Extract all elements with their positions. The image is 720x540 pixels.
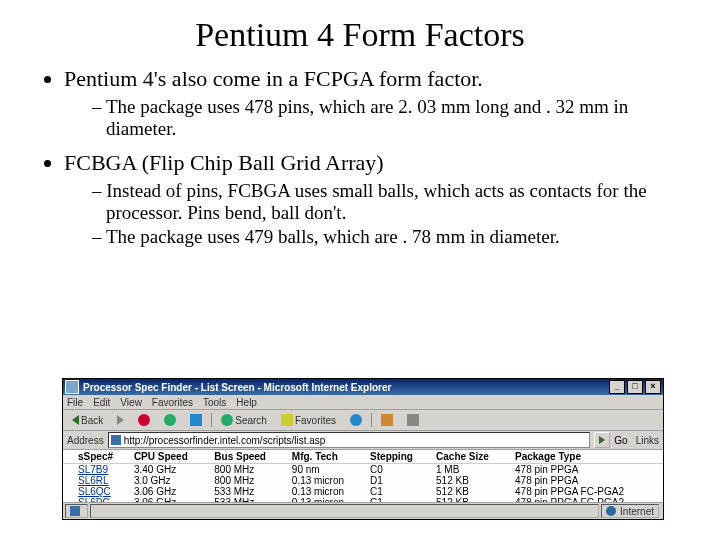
col-bus: Bus Speed — [210, 450, 288, 464]
cell-step: C1 — [366, 486, 432, 497]
search-button[interactable]: Search — [216, 411, 272, 429]
table-stripe — [63, 475, 74, 486]
cell-pkg: 478 pin PPGA — [511, 464, 663, 476]
go-button[interactable] — [594, 432, 610, 448]
slide-title: Pentium 4 Form Factors — [40, 16, 680, 54]
menu-tools[interactable]: Tools — [203, 397, 226, 408]
window-maximize-button[interactable]: □ — [627, 380, 643, 394]
browser-title-text: Processor Spec Finder - List Screen - Mi… — [83, 382, 391, 393]
favorites-icon — [281, 414, 293, 426]
cell-cpu: 3.40 GHz — [130, 464, 210, 476]
cell-cpu: 3.0 GHz — [130, 475, 210, 486]
bullet-1: Pentium 4's also come in a FCPGA form fa… — [64, 66, 680, 140]
cell-cache: 512 KB — [432, 486, 511, 497]
bullet-1-sublist: The package uses 478 pins, which are 2. … — [64, 96, 680, 140]
cell-bus: 800 MHz — [210, 464, 288, 476]
address-input[interactable]: http://processorfinder.intel.com/scripts… — [108, 432, 591, 448]
back-label: Back — [81, 415, 103, 426]
col-spec: sSpec# — [74, 450, 130, 464]
favorites-button[interactable]: Favorites — [276, 411, 341, 429]
refresh-button[interactable] — [159, 411, 181, 429]
table-row: SL6QC3.06 GHz533 MHz0.13 micronC1512 KB4… — [63, 486, 663, 497]
cell-spec[interactable]: SL6RL — [74, 475, 130, 486]
cell-bus: 800 MHz — [210, 475, 288, 486]
history-button[interactable] — [345, 411, 367, 429]
doc-icon — [70, 506, 80, 516]
table-stripe — [63, 486, 74, 497]
cell-mfg: 0.13 micron — [288, 475, 366, 486]
table-row: SL7B93.40 GHz800 MHz90 nmC01 MB478 pin P… — [63, 464, 663, 476]
col-pkg: Package Type — [511, 450, 663, 464]
back-arrow-icon — [72, 415, 79, 425]
cell-cache: 512 KB — [432, 475, 511, 486]
cell-step: D1 — [366, 475, 432, 486]
back-button[interactable]: Back — [67, 411, 108, 429]
forward-button[interactable] — [112, 411, 129, 429]
home-icon — [190, 414, 202, 426]
bullet-2-text: FCBGA (Flip Chip Ball Grid Array) — [64, 150, 384, 175]
table-row: SL6RL3.0 GHz800 MHz0.13 micronD1512 KB47… — [63, 475, 663, 486]
browser-titlebar: Processor Spec Finder - List Screen - Mi… — [63, 379, 663, 395]
cell-spec[interactable]: SL7B9 — [74, 464, 130, 476]
links-label[interactable]: Links — [636, 435, 659, 446]
address-url: http://processorfinder.intel.com/scripts… — [124, 435, 326, 446]
home-button[interactable] — [185, 411, 207, 429]
menu-favorites[interactable]: Favorites — [152, 397, 193, 408]
spec-table: sSpec# CPU Speed Bus Speed Mfg. Tech Ste… — [63, 450, 663, 502]
refresh-icon — [164, 414, 176, 426]
col-cpu: CPU Speed — [130, 450, 210, 464]
forward-arrow-icon — [117, 415, 124, 425]
status-pane-zone: Internet — [601, 504, 659, 518]
cell-cache: 1 MB — [432, 464, 511, 476]
print-icon — [407, 414, 419, 426]
window-close-button[interactable]: × — [645, 380, 661, 394]
browser-menubar: File Edit View Favorites Tools Help — [63, 395, 663, 410]
status-zone-text: Internet — [620, 506, 654, 517]
browser-statusbar: Internet — [63, 502, 663, 519]
bullet-2-sub-2: The package uses 479 balls, which are . … — [92, 226, 680, 248]
cell-bus: 533 MHz — [210, 486, 288, 497]
browser-toolbar: Back Search Favorites — [63, 410, 663, 431]
ie-icon — [65, 380, 79, 394]
window-minimize-button[interactable]: _ — [609, 380, 625, 394]
table-stripe — [63, 464, 74, 476]
browser-addressbar: Address http://processorfinder.intel.com… — [63, 431, 663, 450]
mail-icon — [381, 414, 393, 426]
bullet-1-sub-1: The package uses 478 pins, which are 2. … — [92, 96, 680, 140]
bullet-list: Pentium 4's also come in a FCPGA form fa… — [40, 66, 680, 248]
favorites-label: Favorites — [295, 415, 336, 426]
status-pane-main — [90, 504, 599, 518]
cell-mfg: 0.13 micron — [288, 486, 366, 497]
menu-view[interactable]: View — [120, 397, 142, 408]
cell-mfg: 90 nm — [288, 464, 366, 476]
col-cache: Cache Size — [432, 450, 511, 464]
cell-cpu: 3.06 GHz — [130, 486, 210, 497]
go-label: Go — [614, 435, 627, 446]
stop-button[interactable] — [133, 411, 155, 429]
browser-content: sSpec# CPU Speed Bus Speed Mfg. Tech Ste… — [63, 450, 663, 502]
col-mfg: Mfg. Tech — [288, 450, 366, 464]
status-pane-icon — [65, 504, 88, 518]
table-header-row: sSpec# CPU Speed Bus Speed Mfg. Tech Ste… — [63, 450, 663, 464]
menu-help[interactable]: Help — [236, 397, 257, 408]
stop-icon — [138, 414, 150, 426]
cell-spec[interactable]: SL6QC — [74, 486, 130, 497]
table-stripe — [63, 450, 74, 464]
page-icon — [111, 435, 121, 445]
print-button[interactable] — [402, 411, 424, 429]
menu-file[interactable]: File — [67, 397, 83, 408]
bullet-1-text: Pentium 4's also come in a FCPGA form fa… — [64, 66, 483, 91]
search-label: Search — [235, 415, 267, 426]
mail-button[interactable] — [376, 411, 398, 429]
bullet-2: FCBGA (Flip Chip Ball Grid Array) Instea… — [64, 150, 680, 248]
browser-window: Processor Spec Finder - List Screen - Mi… — [62, 378, 664, 520]
cell-step: C0 — [366, 464, 432, 476]
go-arrow-icon — [599, 436, 605, 444]
history-icon — [350, 414, 362, 426]
bullet-2-sublist: Instead of pins, FCBGA uses small balls,… — [64, 180, 680, 248]
search-icon — [221, 414, 233, 426]
menu-edit[interactable]: Edit — [93, 397, 110, 408]
cell-pkg: 478 pin PPGA FC-PGA2 — [511, 486, 663, 497]
address-label: Address — [67, 435, 104, 446]
bullet-2-sub-1: Instead of pins, FCBGA uses small balls,… — [92, 180, 680, 224]
